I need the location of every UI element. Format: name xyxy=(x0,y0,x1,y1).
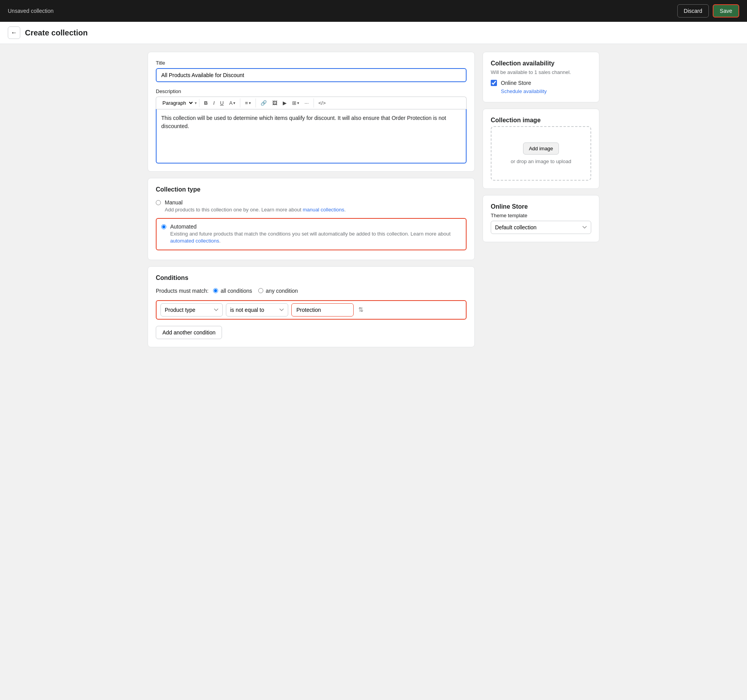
underline-button[interactable]: U xyxy=(218,98,226,107)
chevron-down-icon: ▾ xyxy=(195,101,197,105)
online-store-card: Online Store Theme template Default coll… xyxy=(483,195,599,242)
collection-type-card: Collection type Manual Add products to t… xyxy=(148,178,475,260)
topbar-title: Unsaved collection xyxy=(8,8,54,14)
any-condition-label: any condition xyxy=(266,288,298,294)
chevron-down-icon: ▾ xyxy=(249,101,251,105)
collection-image-title: Collection image xyxy=(491,117,591,124)
manual-radio[interactable] xyxy=(156,200,161,205)
automated-collections-link[interactable]: automated collections xyxy=(170,238,219,244)
automated-radio[interactable] xyxy=(161,224,166,229)
right-column: Collection availability Will be availabl… xyxy=(483,52,599,347)
availability-subtitle: Will be available to 1 sales channel. xyxy=(491,69,591,75)
image-drop-area[interactable]: Add image or drop an image to upload xyxy=(491,126,591,181)
match-label: Products must match: xyxy=(156,288,208,294)
italic-button[interactable]: I xyxy=(211,98,217,107)
all-conditions-label: all conditions xyxy=(220,288,252,294)
title-label: Title xyxy=(156,60,467,66)
collection-image-card: Collection image Add image or drop an im… xyxy=(483,109,599,189)
condition-value-input[interactable] xyxy=(291,303,354,317)
toolbar-format-group: B I U A ▾ xyxy=(202,98,240,107)
page-header: ← Create collection xyxy=(0,22,747,44)
match-row: Products must match: all conditions any … xyxy=(156,288,467,294)
automated-option: Automated Existing and future products t… xyxy=(161,223,461,244)
paragraph-select[interactable]: Paragraph xyxy=(159,99,194,107)
add-condition-button[interactable]: Add another condition xyxy=(156,326,222,339)
description-label: Description xyxy=(156,88,467,94)
description-text: This collection will be used to determin… xyxy=(161,115,446,129)
more-button[interactable]: ··· xyxy=(302,98,311,107)
all-conditions-radio[interactable] xyxy=(213,288,218,293)
video-button[interactable]: ▶ xyxy=(280,98,289,107)
automated-option-box: Automated Existing and future products t… xyxy=(156,218,467,250)
collection-type-title: Collection type xyxy=(156,186,467,193)
toolbar-insert-group: 🔗 🖼 ▶ ⊞ ▾ ··· xyxy=(258,98,314,107)
title-input[interactable] xyxy=(156,68,467,82)
chevron-down-icon: ▾ xyxy=(297,101,299,105)
back-icon: ← xyxy=(11,29,17,36)
online-store-label[interactable]: Online Store xyxy=(501,80,531,86)
back-button[interactable]: ← xyxy=(8,26,20,39)
condition-row: Product type Product vendor Product tag … xyxy=(156,300,467,320)
availability-title: Collection availability xyxy=(491,60,591,67)
bold-button[interactable]: B xyxy=(202,98,210,107)
operator-select[interactable]: is equal to is not equal to starts with … xyxy=(226,303,288,317)
topbar-actions: Discard Save xyxy=(677,4,739,18)
any-condition-radio[interactable] xyxy=(258,288,263,293)
toolbar-code-group: </> xyxy=(316,98,331,107)
online-store-checkbox[interactable] xyxy=(491,80,497,86)
any-condition-radio-label[interactable]: any condition xyxy=(258,288,298,294)
manual-label[interactable]: Manual xyxy=(165,199,183,206)
page-title: Create collection xyxy=(25,28,88,37)
save-button[interactable]: Save xyxy=(713,4,739,18)
all-conditions-radio-label[interactable]: all conditions xyxy=(213,288,252,294)
theme-template-select[interactable]: Default collection collection xyxy=(491,221,591,234)
theme-label: Theme template xyxy=(491,213,591,218)
chevron-down-icon: ▾ xyxy=(233,101,235,105)
text-color-button[interactable]: A ▾ xyxy=(227,98,238,107)
editor-toolbar: Paragraph ▾ B I U A ▾ xyxy=(156,97,467,109)
schedule-availability-link[interactable]: Schedule availability xyxy=(501,88,591,94)
left-column: Title Description Paragraph ▾ B I U xyxy=(148,52,475,347)
availability-card: Collection availability Will be availabl… xyxy=(483,52,599,102)
image-insert-button[interactable]: 🖼 xyxy=(270,98,280,107)
conditions-title: Conditions xyxy=(156,274,467,281)
main-content: Title Description Paragraph ▾ B I U xyxy=(140,44,607,355)
manual-collections-link[interactable]: manual collections xyxy=(303,207,344,213)
code-button[interactable]: </> xyxy=(316,98,328,107)
table-button[interactable]: ⊞ ▾ xyxy=(290,98,301,107)
manual-option: Manual Add products to this collection o… xyxy=(156,199,467,213)
reorder-button[interactable]: ⇅ xyxy=(357,304,365,315)
drop-text: or drop an image to upload xyxy=(511,158,571,164)
online-store-title: Online Store xyxy=(491,203,591,210)
automated-label[interactable]: Automated xyxy=(170,223,197,230)
product-type-select[interactable]: Product type Product vendor Product tag … xyxy=(160,303,223,317)
description-editor[interactable]: This collection will be used to determin… xyxy=(156,109,467,164)
manual-desc: Add products to this collection one by o… xyxy=(165,206,346,213)
toolbar-align-group: ≡ ▾ xyxy=(243,98,256,107)
topbar: Unsaved collection Discard Save xyxy=(0,0,747,22)
link-button[interactable]: 🔗 xyxy=(258,98,269,107)
discard-button[interactable]: Discard xyxy=(677,4,709,18)
toolbar-paragraph-group: Paragraph ▾ xyxy=(159,99,199,107)
conditions-card: Conditions Products must match: all cond… xyxy=(148,266,475,347)
match-radio-group: all conditions any condition xyxy=(213,288,298,294)
online-store-row: Online Store xyxy=(491,80,591,86)
title-description-card: Title Description Paragraph ▾ B I U xyxy=(148,52,475,172)
align-button[interactable]: ≡ ▾ xyxy=(243,98,253,107)
automated-desc: Existing and future products that match … xyxy=(170,230,461,244)
add-image-button[interactable]: Add image xyxy=(523,142,559,155)
